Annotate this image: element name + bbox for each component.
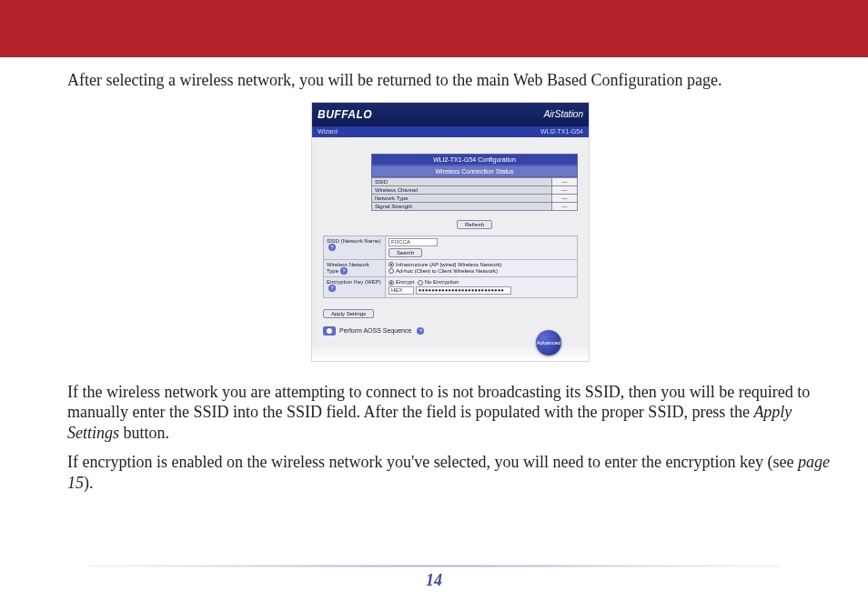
status-value: — [552, 185, 578, 194]
page-body: After selecting a wireless network, you … [0, 57, 868, 493]
status-label: Signal Strength [372, 202, 552, 210]
status-row: Network Type— [372, 194, 578, 202]
status-row: Signal Strength— [372, 202, 578, 210]
footer-rule [88, 565, 780, 567]
aoss-icon[interactable] [323, 326, 336, 336]
config-form: SSID (Network Name)? FOCCA Search Wirele… [323, 235, 578, 298]
apply-settings-button[interactable]: Apply Settings [323, 309, 374, 318]
paragraph-intro: After selecting a wireless network, you … [67, 70, 833, 91]
help-icon[interactable]: ? [328, 244, 336, 251]
brand-logo: BUFFALO [318, 108, 372, 121]
router-header: BUFFALO AirStation [312, 103, 589, 126]
page-number: 14 [0, 571, 868, 590]
aoss-label: Perform AOSS Sequence [339, 327, 411, 334]
breadcrumb: Wizard [318, 128, 338, 135]
radio-label: No Encryption [425, 279, 459, 285]
ssid-input[interactable]: FOCCA [389, 238, 438, 246]
refresh-button[interactable]: Refresh [457, 220, 492, 229]
header-band [0, 0, 868, 57]
search-button[interactable]: Search [389, 248, 422, 257]
radio-adhoc[interactable] [389, 268, 394, 274]
status-row: Wireless Channel— [372, 185, 578, 194]
status-label: SSID [372, 177, 552, 185]
status-value: — [552, 177, 578, 185]
help-icon[interactable]: ? [340, 267, 348, 275]
radio-label: Encrypt [396, 279, 414, 285]
status-value: — [552, 202, 578, 210]
brand-product: AirStation [544, 109, 583, 119]
paragraph-encryption: If encryption is enabled on the wireless… [67, 452, 833, 493]
radio-label: Infrastructure (AP [wired] Wireless Netw… [396, 262, 502, 267]
status-value: — [552, 194, 578, 202]
model-label: WLI2-TX1-G54 [540, 128, 583, 135]
encryption-mode-select[interactable]: HEX [389, 286, 414, 295]
status-title: Wireless Connection Status [371, 165, 578, 177]
page-footer: 14 [0, 565, 868, 590]
help-icon[interactable]: ? [417, 327, 424, 335]
status-label: Wireless Channel [372, 185, 552, 194]
help-icon[interactable]: ? [328, 285, 336, 292]
status-label: Network Type [372, 194, 552, 202]
radio-infrastructure[interactable] [389, 262, 394, 267]
embedded-screenshot: BUFFALO AirStation Wizard WLI2-TX1-G54 W… [67, 102, 833, 362]
router-subheader: Wizard WLI2-TX1-G54 [312, 126, 589, 137]
radio-no-encrypt[interactable] [418, 280, 423, 285]
network-type-label: Wireless Network Type? [324, 259, 386, 277]
radio-label: Ad-hoc (Client to Client Wireless Networ… [396, 268, 498, 274]
encryption-key-input[interactable]: ●●●●●●●●●●●●●●●●●●●●●●●●●● [416, 286, 511, 295]
advanced-button[interactable]: Advanced [536, 330, 561, 356]
config-title: WLI2-TX1-G54 Configuration [371, 154, 578, 165]
status-table: SSID— Wireless Channel— Network Type— Si… [371, 177, 578, 211]
radio-encrypt[interactable] [389, 280, 394, 285]
status-row: SSID— [372, 177, 578, 185]
router-config-ui: BUFFALO AirStation Wizard WLI2-TX1-G54 W… [311, 102, 590, 362]
encryption-label: Encryption Key (WEP)? [324, 277, 386, 297]
ssid-label: SSID (Network Name)? [324, 235, 386, 259]
paragraph-ssid: If the wireless network you are attempti… [67, 382, 833, 444]
